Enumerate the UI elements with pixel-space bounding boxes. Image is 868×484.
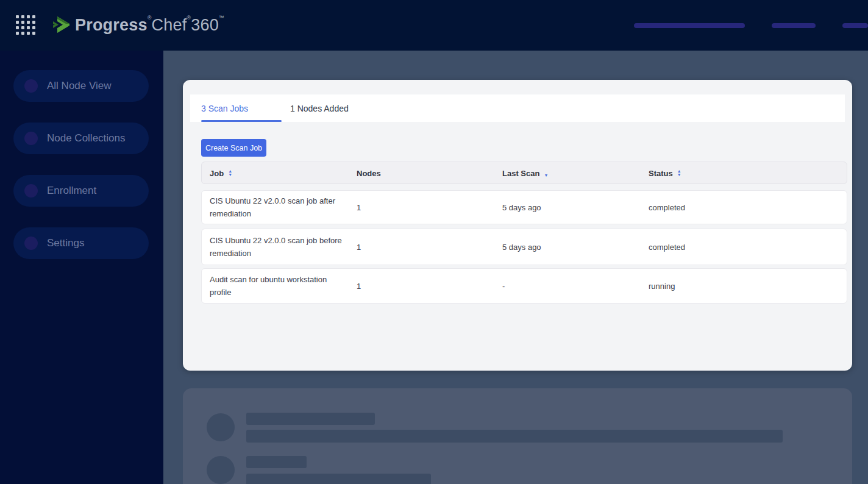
sidebar-item-settings[interactable]: Settings (13, 227, 149, 259)
active-tab-indicator (201, 120, 282, 122)
cell-nodes: 1 (357, 203, 361, 212)
sort-icon[interactable]: ▲▼ (228, 169, 232, 177)
table-row[interactable]: CIS Ubuntu 22 v2.0.0 scan job after reme… (201, 190, 847, 224)
sidebar-item-label: All Node View (47, 80, 112, 92)
chef-logo-icon (51, 15, 71, 35)
topbar: Progress®Chef®360™ (0, 0, 868, 51)
column-header-status[interactable]: Status ▲▼ (649, 168, 681, 177)
brand-logo[interactable]: Progress®Chef®360™ (51, 15, 224, 35)
column-header-last-scan[interactable]: Last Scan ▼ (502, 168, 548, 177)
cell-nodes: 1 (357, 243, 361, 252)
sort-down-icon[interactable]: ▼ (544, 169, 548, 177)
cell-job: CIS Ubuntu 22 v2.0.0 scan job before rem… (210, 234, 349, 260)
settings-icon (24, 237, 38, 250)
enrollment-icon (24, 184, 38, 198)
skeleton-avatar (207, 413, 235, 441)
sidebar-item-node-collections[interactable]: Node Collections (13, 123, 149, 154)
column-header-job[interactable]: Job ▲▼ (210, 168, 232, 177)
cell-last-scan: 5 days ago (502, 243, 541, 252)
skeleton-line (246, 474, 431, 484)
table-row[interactable]: Audit scan for ubuntu workstation profil… (201, 268, 847, 304)
tab-bar: 3 Scan Jobs 1 Nodes Added (190, 94, 845, 122)
sidebar: All Node View Node Collections Enrollmen… (0, 51, 163, 484)
column-header-nodes[interactable]: Nodes (357, 168, 381, 177)
table-row[interactable]: CIS Ubuntu 22 v2.0.0 scan job before rem… (201, 229, 847, 265)
sidebar-item-enrollment[interactable]: Enrollment (13, 175, 149, 207)
nav-item-placeholder-3[interactable] (842, 23, 868, 28)
brand-suite: 360 (191, 16, 219, 34)
sort-icon[interactable]: ▲▼ (677, 169, 681, 177)
sidebar-item-label: Node Collections (47, 132, 126, 144)
sidebar-item-label: Enrollment (47, 185, 96, 197)
nav-item-placeholder-1[interactable] (634, 23, 745, 28)
app-launcher-icon[interactable] (16, 15, 37, 36)
create-scan-job-button[interactable]: Create Scan Job (201, 139, 266, 157)
node-view-icon (24, 79, 38, 93)
scan-jobs-card: 3 Scan Jobs 1 Nodes Added Create Scan Jo… (183, 80, 852, 371)
brand-chef: Chef (152, 16, 187, 34)
cell-status: completed (649, 203, 685, 212)
sidebar-item-all-node-view[interactable]: All Node View (13, 70, 149, 102)
loading-placeholder-card (183, 388, 852, 484)
sidebar-item-label: Settings (47, 237, 84, 249)
cell-last-scan: 5 days ago (502, 203, 541, 212)
cell-status: running (649, 282, 675, 291)
table-header-row: Job ▲▼ Nodes Last Scan ▼ Status ▲▼ (201, 162, 847, 184)
cell-last-scan: - (502, 282, 505, 291)
cell-job: CIS Ubuntu 22 v2.0.0 scan job after reme… (210, 194, 349, 220)
tab-scan-jobs[interactable]: 3 Scan Jobs (201, 94, 248, 122)
cell-nodes: 1 (357, 282, 361, 291)
skeleton-line (246, 430, 783, 443)
skeleton-avatar (207, 456, 235, 484)
cell-job: Audit scan for ubuntu workstation profil… (210, 273, 349, 299)
nav-item-placeholder-2[interactable] (772, 23, 816, 28)
skeleton-line (246, 413, 375, 425)
tab-nodes-added[interactable]: 1 Nodes Added (290, 94, 349, 122)
brand-progress: Progress (75, 16, 148, 34)
node-collections-icon (24, 132, 38, 145)
cell-status: completed (649, 243, 685, 252)
skeleton-line (246, 456, 307, 468)
brand-wordmark: Progress®Chef®360™ (75, 15, 224, 35)
